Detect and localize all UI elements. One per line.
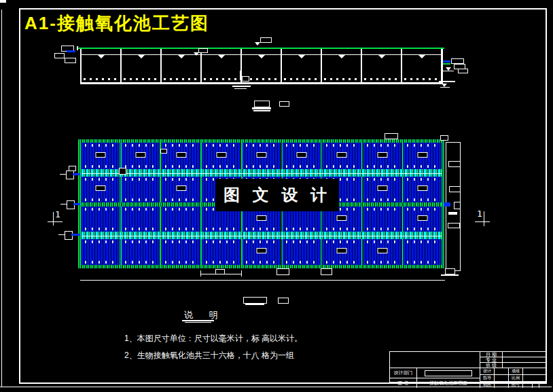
titleblock-dept-label: 设计部门 — [390, 368, 417, 378]
scale-label-box — [279, 101, 289, 107]
inlet-arrow-line — [60, 204, 67, 204]
plan-row-0 — [82, 143, 442, 169]
titleblock-value — [503, 352, 546, 357]
tank-corner-tick — [77, 46, 78, 50]
dim-bracket — [241, 270, 242, 277]
dim-box — [451, 58, 464, 64]
cell-marker-box — [417, 215, 427, 221]
inlet-pipe-mark — [67, 50, 75, 52]
water-level-icon — [218, 55, 225, 58]
titleblock-value — [503, 363, 546, 368]
inlet-pipe-mark — [71, 234, 80, 236]
collection-channel — [82, 232, 442, 239]
plan-cell — [122, 207, 160, 232]
plan-cell — [82, 177, 120, 202]
dim-box — [445, 268, 455, 274]
water-level-icon — [338, 55, 345, 58]
water-level-icon — [138, 55, 145, 58]
plan-cell — [283, 239, 321, 265]
media-dots — [364, 78, 399, 80]
cell-marker-box — [176, 185, 186, 191]
titleblock-name-label: 图 名 — [390, 378, 417, 388]
cell-marker-box — [216, 152, 226, 158]
dim-box — [454, 202, 461, 209]
elevation-compartment — [202, 49, 242, 82]
plan-cell — [404, 177, 442, 202]
plan-cell — [202, 143, 240, 169]
media-dots — [164, 78, 198, 80]
water-level-icon — [298, 55, 305, 58]
dim-box — [215, 269, 225, 274]
note-item: 1、本图尺寸单位：尺寸以毫米计，标 高以米计。 — [124, 333, 302, 344]
titleblock-sign-rows: 设计成绩指导比例制图图号 — [480, 368, 546, 388]
titleblock-label: 比例 — [509, 375, 523, 381]
titleblock-stamp-area — [390, 352, 480, 368]
level-label-box — [198, 48, 208, 53]
water-level-icon — [194, 52, 199, 56]
dim-box — [160, 149, 167, 154]
dim-box — [448, 223, 460, 228]
water-level-icon — [418, 55, 425, 58]
watermark: 图 文 设 计 — [215, 179, 339, 211]
media-dots — [124, 78, 158, 80]
elevation-compartment — [402, 49, 441, 82]
notes-underline — [182, 320, 214, 321]
elevation-compartment — [322, 49, 362, 82]
dim-bracket — [200, 270, 201, 277]
dim-box — [242, 76, 249, 82]
elevation-compartment — [282, 49, 322, 82]
plan-cell — [243, 143, 281, 169]
plan-cell — [363, 239, 402, 265]
dim-line — [448, 212, 457, 215]
plan-cell — [122, 177, 160, 202]
plan-cell — [404, 143, 442, 169]
water-level-icon — [258, 55, 265, 58]
plan-cell — [323, 143, 361, 169]
elevation-compartment — [362, 49, 402, 82]
media-dots — [284, 78, 319, 80]
cell-marker-box — [377, 185, 387, 191]
plan-cell — [122, 239, 160, 265]
collection-channel — [82, 169, 442, 177]
inlet-arrow-line — [60, 174, 66, 175]
inlet-pipe-mark — [73, 173, 80, 175]
outer-border-left — [1, 10, 2, 387]
titleblock-value — [495, 368, 509, 374]
dim-line — [441, 274, 459, 276]
dim-box — [119, 168, 126, 175]
plan-cell — [243, 239, 281, 265]
titleblock-value — [523, 368, 546, 374]
cell-marker-box — [256, 248, 266, 253]
plan-cell — [363, 143, 402, 169]
section-mark-line — [484, 211, 484, 226]
pipe-riser — [240, 71, 240, 80]
plan-cell — [82, 207, 120, 232]
cell-marker-box — [377, 152, 387, 158]
plan-cell — [162, 207, 200, 232]
titleblock-label: 专 业 — [480, 357, 503, 362]
view-caption-box — [254, 101, 270, 107]
cell-marker-box — [96, 185, 106, 191]
plan-cell — [162, 143, 200, 169]
outlet-pipe-mark — [444, 202, 450, 207]
water-level-icon — [255, 42, 260, 46]
level-label-box — [260, 37, 272, 43]
elevation-compartment — [82, 49, 122, 82]
section-mark-line — [475, 221, 490, 222]
cell-marker-box — [297, 152, 307, 158]
cell-marker-box — [136, 152, 146, 158]
titleblock-value — [523, 382, 546, 388]
dim-box — [448, 161, 461, 167]
foundation-line — [232, 86, 251, 87]
titleblock-value — [523, 375, 546, 381]
view-caption-underline — [253, 110, 270, 111]
plan-cell — [82, 143, 120, 169]
inlet-arrow-line — [58, 234, 65, 235]
plan-cell — [363, 207, 402, 232]
plan-cell — [162, 177, 200, 202]
note-item: 2、生物接触氧化池共三十六格，十八 格为一组 — [124, 350, 294, 361]
cell-marker-box — [256, 215, 266, 221]
media-dots — [324, 78, 359, 80]
dim-line — [443, 71, 454, 71]
water-level-icon — [378, 55, 385, 58]
